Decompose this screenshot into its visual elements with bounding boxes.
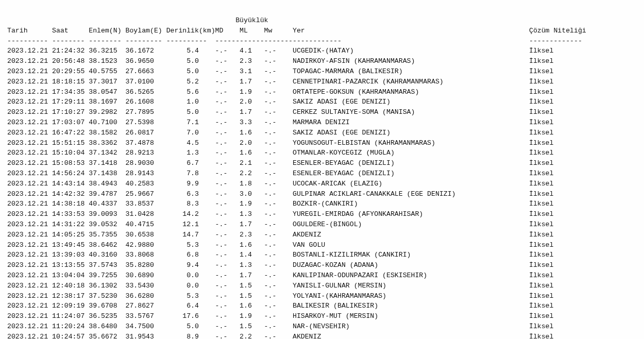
- earthquake-list: Büyüklük Tarih Saat Enlem(N) Boylam(E) D…: [0, 15, 644, 339]
